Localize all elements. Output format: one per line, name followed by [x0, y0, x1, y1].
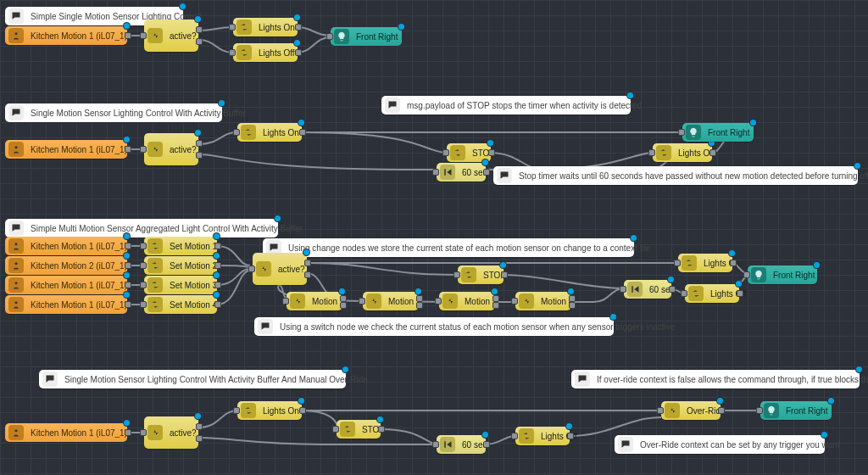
switch-s3-m4[interactable]: Motion 4 [515, 292, 571, 310]
change-s3-set2[interactable]: Set Motion 2 [144, 256, 217, 275]
output-port[interactable] [295, 49, 302, 56]
output-port[interactable] [214, 262, 221, 269]
change-s2-off[interactable]: Lights Off [653, 143, 712, 162]
change-s1-on[interactable]: Lights On [233, 18, 298, 36]
input-port[interactable] [140, 301, 147, 308]
delay-s2[interactable]: 60 sec [437, 163, 486, 182]
output-port[interactable] [196, 38, 203, 45]
output-port[interactable] [492, 302, 499, 309]
input-port[interactable] [229, 49, 236, 56]
output-port[interactable] [125, 429, 131, 436]
sensor-s3-3[interactable]: Kitchen Motion 1 (iL07_1) [5, 276, 127, 294]
output-port[interactable] [304, 271, 311, 278]
change-s3-stop[interactable]: STOP [458, 265, 504, 284]
switch-s3-m3[interactable]: Motion 3 [439, 292, 495, 310]
input-port[interactable] [678, 129, 685, 136]
output-port[interactable] [196, 152, 203, 159]
switch-s4-active[interactable]: active? [144, 416, 198, 449]
delay-s4[interactable]: 60 sec [437, 435, 486, 454]
comment-s2-top[interactable]: msg.payload of STOP stops the timer when… [381, 96, 631, 115]
output-port[interactable] [340, 295, 347, 302]
output-port[interactable] [196, 140, 203, 147]
entity-s1[interactable]: Front Right [331, 27, 402, 46]
input-port[interactable] [140, 262, 147, 269]
sensor-s3-1[interactable]: Kitchen Motion 1 (iL07_1) [5, 237, 127, 255]
input-port[interactable] [620, 286, 626, 293]
output-port[interactable] [295, 24, 302, 31]
output-port[interactable] [125, 243, 131, 249]
change-s3-set3[interactable]: Set Motion 3 [144, 276, 217, 294]
change-s3-set4[interactable]: Set Motion 4 [144, 295, 217, 314]
switch-s3-m1[interactable]: Motion 1 [287, 292, 342, 310]
output-port[interactable] [125, 301, 131, 308]
input-port[interactable] [233, 129, 240, 136]
input-port[interactable] [674, 260, 681, 266]
output-port[interactable] [488, 149, 495, 156]
output-port[interactable] [569, 302, 576, 309]
output-port[interactable] [730, 260, 737, 266]
comment-s4-bottom[interactable]: Over-Ride context can be set by any trig… [615, 435, 825, 454]
output-port[interactable] [304, 260, 311, 266]
output-port[interactable] [125, 262, 131, 269]
change-s3-on[interactable]: Lights On [678, 254, 732, 272]
sensor-s1[interactable]: Kitchen Motion 1 (iL07_1) [5, 26, 127, 45]
input-port[interactable] [453, 271, 460, 278]
change-s2-on[interactable]: Lights On [237, 123, 302, 142]
switch-s4-override[interactable]: Over-Ride [661, 401, 721, 420]
input-port[interactable] [229, 24, 236, 31]
sensor-s3-4[interactable]: Kitchen Motion 1 (iL07_1) [5, 295, 127, 314]
change-s1-off[interactable]: Lights Off [233, 43, 298, 62]
comment-s4-title[interactable]: Single Motion Sensor Lighting Control Wi… [39, 370, 346, 388]
output-port[interactable] [196, 26, 203, 33]
output-port[interactable] [214, 282, 221, 288]
input-port[interactable] [233, 407, 240, 414]
input-port[interactable] [140, 429, 147, 436]
input-port[interactable] [140, 243, 147, 249]
change-s3-set1[interactable]: Set Motion 1 [144, 237, 217, 255]
input-port[interactable] [432, 441, 439, 448]
output-port[interactable] [492, 295, 499, 302]
output-port[interactable] [569, 295, 576, 302]
output-port[interactable] [378, 426, 385, 433]
output-port[interactable] [567, 433, 574, 439]
output-port[interactable] [214, 243, 221, 249]
output-port[interactable] [340, 302, 347, 309]
change-s4-on[interactable]: Lights On [237, 401, 302, 420]
entity-s4[interactable]: Front Right [760, 401, 832, 420]
output-port[interactable] [416, 295, 423, 302]
switch-s1-active[interactable]: active? [144, 20, 198, 52]
input-port[interactable] [140, 282, 147, 288]
output-port[interactable] [299, 407, 306, 414]
input-port[interactable] [511, 298, 518, 305]
switch-s3-active[interactable]: active? [253, 253, 307, 285]
output-port[interactable] [718, 407, 725, 414]
entity-s2[interactable]: Front Right [682, 123, 754, 142]
entity-s3[interactable]: Front Right [748, 265, 817, 284]
input-port[interactable] [282, 298, 289, 305]
input-port[interactable] [657, 407, 664, 414]
output-port[interactable] [196, 435, 203, 442]
input-port[interactable] [248, 265, 255, 272]
comment-s2-bottom[interactable]: Stop timer waits until 60 seconds have p… [493, 166, 858, 185]
output-port[interactable] [125, 282, 131, 288]
input-port[interactable] [432, 169, 439, 176]
output-port[interactable] [501, 271, 508, 278]
input-port[interactable] [511, 433, 518, 439]
input-port[interactable] [743, 271, 750, 278]
output-port[interactable] [483, 169, 490, 176]
output-port[interactable] [669, 286, 676, 293]
output-port[interactable] [416, 302, 423, 309]
output-port[interactable] [214, 301, 221, 308]
input-port[interactable] [140, 146, 147, 153]
change-s3-off[interactable]: Lights Off [685, 284, 739, 303]
sensor-s4[interactable]: Kitchen Motion 1 (iL07_1) [5, 423, 127, 442]
input-port[interactable] [681, 290, 687, 297]
input-port[interactable] [359, 298, 365, 305]
output-port[interactable] [299, 129, 306, 136]
delay-s3[interactable]: 60 sec [624, 280, 671, 299]
sensor-s3-2[interactable]: Kitchen Motion 2 (iL07_1) [5, 256, 127, 275]
input-port[interactable] [648, 149, 655, 156]
output-port[interactable] [483, 441, 490, 448]
comment-s3-title[interactable]: Simple Multi Motion Sensor Aggregated Li… [5, 219, 278, 238]
change-s4-stop[interactable]: STOP [337, 420, 381, 439]
